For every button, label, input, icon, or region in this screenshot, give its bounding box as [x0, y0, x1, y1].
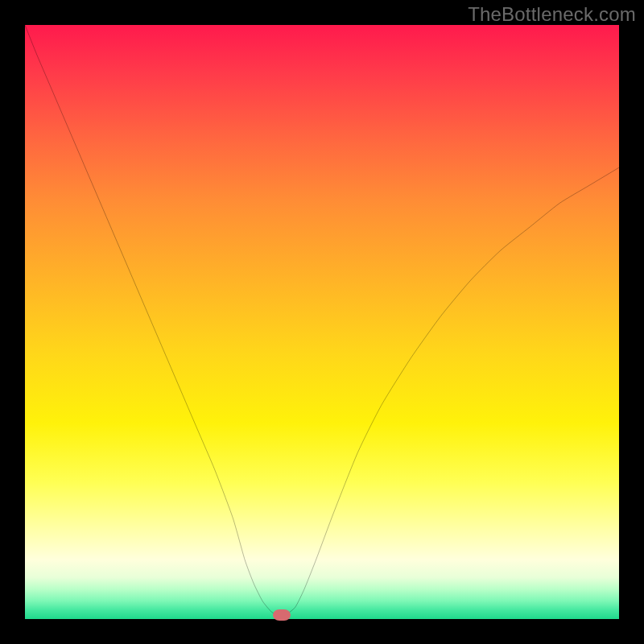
bottleneck-curve — [25, 25, 619, 615]
watermark-text: TheBottleneck.com — [468, 3, 636, 26]
curve-svg — [25, 25, 619, 619]
optimal-point-marker — [273, 609, 291, 621]
